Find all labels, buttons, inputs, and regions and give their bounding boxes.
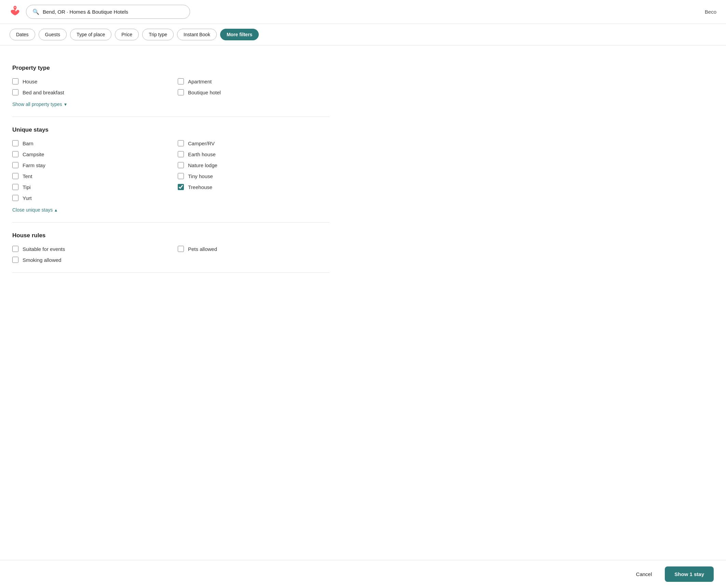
property-type-right: Apartment Boutique hotel [178,78,330,95]
checkbox-earth-house-label: Earth house [188,151,216,157]
property-type-grid: House Bed and breakfast Apartment Boutiq… [12,78,330,95]
filter-price[interactable]: Price [115,29,139,40]
checkbox-campsite[interactable]: Campsite [12,151,164,157]
show-all-property-types-btn[interactable]: Show all property types ▾ [12,102,67,107]
filter-dates[interactable]: Dates [10,29,35,40]
checkbox-nature-lodge-input[interactable] [178,162,184,168]
checkbox-pets-allowed[interactable]: Pets allowed [178,246,330,252]
filter-trip-type[interactable]: Trip type [142,29,174,40]
section-property-type: Property type House Bed and breakfast Ap… [12,55,330,117]
checkbox-barn-label: Barn [23,141,33,146]
checkbox-camper-rv-label: Camper/RV [188,141,215,146]
house-rules-title: House rules [12,232,330,239]
checkbox-house-label: House [23,79,37,84]
unique-stays-right: Camper/RV Earth house Nature lodge Tiny … [178,140,330,190]
checkbox-farm-stay-label: Farm stay [23,162,45,168]
checkbox-camper-rv[interactable]: Camper/RV [178,140,330,146]
checkbox-tent-label: Tent [23,173,32,179]
checkbox-suitable-events-label: Suitable for events [23,246,65,252]
filter-instant-book[interactable]: Instant Book [177,29,217,40]
checkbox-tiny-house-input[interactable] [178,173,184,179]
search-icon: 🔍 [32,9,39,15]
checkbox-treehouse-label: Treehouse [188,184,212,190]
checkbox-suitable-events-input[interactable] [12,246,18,252]
checkbox-apartment-label: Apartment [188,79,212,84]
checkbox-nature-lodge-label: Nature lodge [188,162,217,168]
checkbox-tent-input[interactable] [12,173,18,179]
search-bar[interactable]: 🔍 [26,5,190,19]
checkbox-bed-breakfast[interactable]: Bed and breakfast [12,89,164,95]
checkbox-farm-stay-input[interactable] [12,162,18,168]
user-avatar: Beco [705,9,716,15]
checkbox-smoking-allowed[interactable]: Smoking allowed [12,257,164,263]
property-type-title: Property type [12,65,330,71]
checkbox-earth-house-input[interactable] [178,151,184,157]
checkbox-house-input[interactable] [12,78,18,84]
checkbox-boutique-hotel-input[interactable] [178,89,184,95]
checkbox-treehouse-input[interactable] [178,184,184,190]
checkbox-smoking-allowed-input[interactable] [12,257,18,263]
checkbox-pets-allowed-label: Pets allowed [188,246,217,252]
checkbox-suitable-events[interactable]: Suitable for events [12,246,164,252]
header: 🔍 Beco [0,0,726,24]
checkbox-earth-house[interactable]: Earth house [178,151,330,157]
search-input[interactable] [43,9,184,15]
airbnb-logo[interactable] [10,5,21,18]
checkbox-house[interactable]: House [12,78,164,84]
house-rules-right: Pets allowed [178,246,330,252]
checkbox-bed-breakfast-input[interactable] [12,89,18,95]
checkbox-tiny-house-label: Tiny house [188,173,213,179]
filter-bar: Dates Guests Type of place Price Trip ty… [0,24,726,45]
checkbox-barn-input[interactable] [12,140,18,146]
checkbox-barn[interactable]: Barn [12,140,164,146]
unique-stays-grid: Barn Campsite Farm stay Tent Tipi [12,140,330,201]
house-rules-grid: Suitable for events Smoking allowed Pets… [12,246,330,263]
checkbox-tiny-house[interactable]: Tiny house [178,173,330,179]
checkbox-farm-stay[interactable]: Farm stay [12,162,164,168]
main-content: Property type House Bed and breakfast Ap… [0,45,342,307]
checkbox-nature-lodge[interactable]: Nature lodge [178,162,330,168]
section-house-rules: House rules Suitable for events Smoking … [12,223,330,273]
filter-more-filters[interactable]: More filters [220,29,259,40]
checkbox-camper-rv-input[interactable] [178,140,184,146]
checkbox-smoking-allowed-label: Smoking allowed [23,257,61,263]
house-rules-left: Suitable for events Smoking allowed [12,246,164,263]
checkbox-tipi[interactable]: Tipi [12,184,164,190]
close-unique-stays-btn[interactable]: Close unique stays ▴ [12,207,57,213]
checkbox-campsite-label: Campsite [23,151,44,157]
checkbox-apartment-input[interactable] [178,78,184,84]
checkbox-boutique-hotel[interactable]: Boutique hotel [178,89,330,95]
section-unique-stays: Unique stays Barn Campsite Farm stay Ten… [12,117,330,223]
chevron-down-icon: ▾ [64,102,67,107]
checkbox-bed-breakfast-label: Bed and breakfast [23,90,64,95]
unique-stays-left: Barn Campsite Farm stay Tent Tipi [12,140,164,201]
filter-type-of-place[interactable]: Type of place [70,29,111,40]
close-unique-stays-label: Close unique stays [12,207,53,213]
checkbox-boutique-hotel-label: Boutique hotel [188,90,221,95]
unique-stays-title: Unique stays [12,126,330,133]
checkbox-pets-allowed-input[interactable] [178,246,184,252]
property-type-left: House Bed and breakfast [12,78,164,95]
checkbox-apartment[interactable]: Apartment [178,78,330,84]
checkbox-yurt[interactable]: Yurt [12,195,164,201]
checkbox-campsite-input[interactable] [12,151,18,157]
checkbox-yurt-input[interactable] [12,195,18,201]
checkbox-tent[interactable]: Tent [12,173,164,179]
checkbox-treehouse[interactable]: Treehouse [178,184,330,190]
checkbox-tipi-label: Tipi [23,184,31,190]
show-all-label: Show all property types [12,102,62,107]
chevron-up-icon: ▴ [55,207,57,213]
checkbox-yurt-label: Yurt [23,195,32,201]
filter-guests[interactable]: Guests [39,29,67,40]
checkbox-tipi-input[interactable] [12,184,18,190]
